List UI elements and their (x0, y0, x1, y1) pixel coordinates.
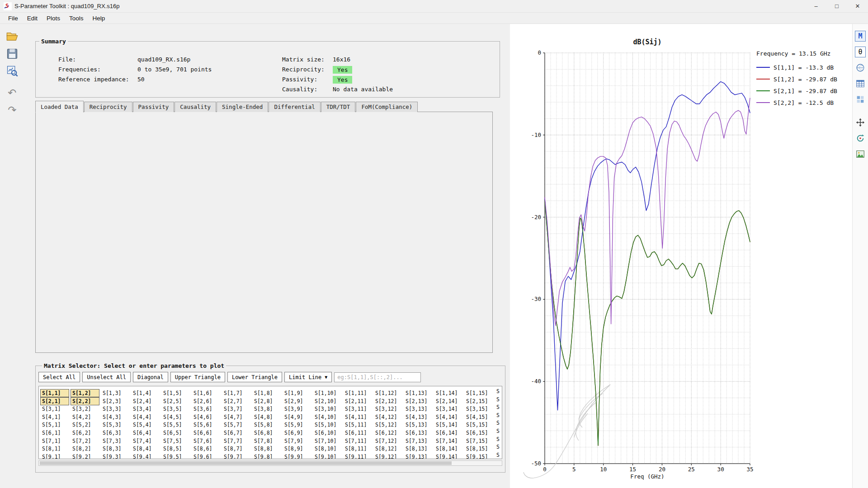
tab-content (35, 112, 493, 353)
tab-causality[interactable]: Causality (175, 102, 216, 112)
undo-icon[interactable]: ↶ (5, 85, 19, 100)
matrix-cell-9-10[interactable]: S[9,10] (313, 453, 341, 459)
matrix-cell-9-12[interactable]: S[9,12] (374, 453, 402, 459)
ref-impedance-label: Reference impedance: (58, 75, 137, 84)
legend-line (756, 79, 770, 80)
matrix-selector-group: Matrix Selector: Select or enter paramet… (35, 362, 505, 473)
scrollbar-thumb[interactable] (40, 461, 452, 465)
left-toolbar: ↶↷ (0, 24, 24, 488)
legend-label: S[1,1] = -13.3 dB (774, 64, 834, 71)
tab-fom-compliance[interactable]: FoM(Compliance) (356, 102, 418, 112)
matrix-cell-9-6[interactable]: S[9,6] (192, 453, 220, 459)
svg-text:5: 5 (572, 466, 576, 473)
matrix-row-1: S[1,1]S[1,2]S[1,3]S[1,4]S[1,5]S[1,6]S[1,… (41, 388, 502, 396)
redo-icon[interactable]: ↷ (5, 103, 19, 117)
svg-text:30: 30 (717, 466, 724, 473)
matrix-buttons: Select AllUnselect AllDiagonalUpper Tria… (38, 372, 502, 382)
matrix-selector-title: Matrix Selector: Select or enter paramet… (42, 362, 226, 369)
causality-label: Causality: (282, 84, 333, 94)
matrix-cell-truncated[interactable]: S (495, 451, 501, 459)
frequencies-label: Frequencies: (58, 65, 137, 75)
tab-differential[interactable]: Differential (269, 102, 320, 112)
matrix-cell-truncated[interactable]: S (495, 443, 501, 450)
matrix-row-6: S[6,1]S[6,2]S[6,3]S[6,4]S[6,5]S[6,6]S[6,… (41, 427, 502, 436)
tab-single-ended[interactable]: Single-Ended (217, 102, 268, 112)
legend-entry-s-2-1: S[2,1] = -29.87 dB (756, 85, 837, 97)
matrix-buttons-generated: Select AllUnselect AllDiagonalUpper Tria… (38, 372, 284, 382)
legend-entry-s-1-1: S[1,1] = -13.3 dB (756, 61, 837, 73)
matrix-cell-9-2[interactable]: S[9,2] (71, 453, 99, 459)
titlebar: S S-Parameter Toolkit : quad109_RX.s16p … (0, 0, 868, 13)
menu-tools[interactable]: Tools (65, 14, 88, 23)
table-view-icon[interactable] (854, 78, 866, 89)
legend-line (756, 67, 770, 68)
summary-left-column: File:quad109_RX.s16p Frequencies:0 to 35… (58, 55, 212, 84)
matrix-cell-9-11[interactable]: S[9,11] (344, 453, 372, 459)
pan-icon[interactable] (854, 117, 866, 128)
matrix-cell-9-9[interactable]: S[9,9] (283, 453, 311, 459)
matrix-row-3: S[3,1]S[3,2]S[3,3]S[3,4]S[3,5]S[3,6]S[3,… (41, 404, 502, 412)
matrix-cell-9-7[interactable]: S[9,7] (222, 453, 250, 459)
matrix-cell-9-4[interactable]: S[9,4] (132, 453, 160, 459)
save-icon[interactable] (5, 47, 19, 61)
matrix-cell-truncated[interactable]: S (495, 427, 501, 435)
lower-triangle-button[interactable]: Lower Triangle (227, 372, 282, 382)
diagonal-button[interactable]: Diagonal (133, 372, 168, 382)
phase-icon[interactable]: θ (854, 46, 866, 58)
select-all-button[interactable]: Select All (38, 372, 80, 382)
chart-panel: 051015202530350-10-20-30-40-50dB(Sij)Fre… (510, 24, 852, 488)
minimize-button[interactable]: – (806, 0, 826, 12)
matrix-cell-9-8[interactable]: S[9,8] (253, 453, 281, 459)
legend-entry-s-2-2: S[2,2] = -12.5 dB (756, 97, 837, 108)
matrix-cell-truncated[interactable]: S (495, 396, 501, 403)
matrix-cell-truncated[interactable]: S (495, 412, 501, 419)
matrix-cell-9-1[interactable]: S[9,1] (41, 453, 69, 459)
magnitude-icon[interactable]: M (854, 30, 866, 42)
reset-view-icon[interactable] (854, 132, 866, 144)
matrix-cell-truncated[interactable]: S (495, 419, 501, 427)
matrix-view-icon[interactable] (854, 94, 866, 105)
phase-icon-glyph: θ (855, 47, 866, 57)
svg-text:10: 10 (600, 466, 607, 473)
menu-file[interactable]: File (4, 14, 23, 23)
matrix-cell-9-15[interactable]: S[9,15] (465, 453, 493, 459)
magnitude-icon-glyph: M (855, 31, 866, 42)
matrix-cell-9-13[interactable]: S[9,13] (404, 453, 432, 459)
tab-passivity[interactable]: Passivity (133, 102, 175, 112)
open-file-icon[interactable] (5, 29, 19, 44)
svg-text:15: 15 (629, 466, 636, 473)
passivity-badge: Yes (333, 76, 352, 84)
matrix-cell-9-5[interactable]: S[9,5] (162, 453, 190, 459)
reciprocity-badge: Yes (333, 66, 352, 74)
svg-text:Freq (GHz): Freq (GHz) (630, 473, 664, 480)
limit-line-button[interactable]: Limit Line ▼ (284, 372, 332, 382)
matrix-cell-9-3[interactable]: S[9,3] (101, 453, 129, 459)
legend-label: S[2,1] = -29.87 dB (774, 88, 837, 94)
menu-plots[interactable]: Plots (42, 14, 65, 23)
unselect-all-button[interactable]: Unselect All (82, 372, 131, 382)
reciprocity-label: Reciprocity: (282, 65, 333, 75)
matrix-row-9: S[9,1]S[9,2]S[9,3]S[9,4]S[9,5]S[9,6]S[9,… (41, 451, 502, 459)
svg-text:25: 25 (688, 466, 695, 473)
matrix-cell-truncated[interactable]: S (495, 436, 501, 443)
tab-reciprocity[interactable]: Reciprocity (84, 102, 132, 112)
maximize-button[interactable]: □ (826, 0, 847, 12)
matrix-scrollbar[interactable] (38, 460, 502, 466)
close-button[interactable]: ✕ (847, 0, 868, 12)
legend-line (756, 102, 770, 103)
parameter-input[interactable] (334, 372, 421, 382)
matrix-cell-truncated[interactable]: S (495, 388, 501, 395)
save-image-icon[interactable] (854, 148, 866, 160)
smith-chart-icon[interactable] (854, 62, 866, 74)
ref-impedance-value: 50 (137, 76, 145, 83)
menu-help[interactable]: Help (88, 14, 110, 23)
matrix-cell-9-14[interactable]: S[9,14] (434, 453, 462, 459)
file-value: quad109_RX.s16p (137, 56, 190, 63)
upper-triangle-button[interactable]: Upper Triangle (170, 372, 225, 382)
matrix-cell-truncated[interactable]: S (495, 404, 501, 411)
tab-loaded-data[interactable]: Loaded Data (35, 101, 84, 113)
legend-label: S[2,2] = -12.5 dB (774, 99, 834, 106)
menu-edit[interactable]: Edit (23, 14, 42, 23)
save-plot-icon[interactable] (5, 64, 19, 78)
tab-tdr-tdt[interactable]: TDR/TDT (321, 102, 356, 112)
